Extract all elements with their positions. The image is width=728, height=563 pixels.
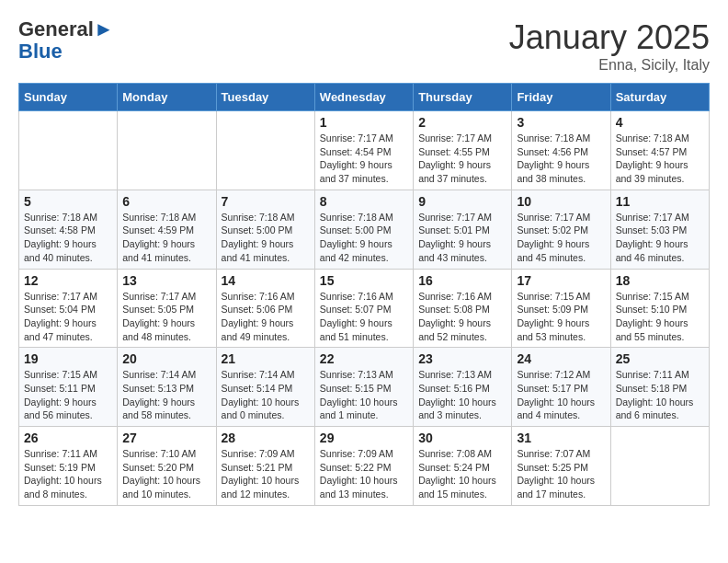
month-year: January 2025 bbox=[509, 18, 710, 57]
day-info: Sunrise: 7:09 AM Sunset: 5:21 PM Dayligh… bbox=[222, 447, 310, 501]
day-info: Sunrise: 7:17 AM Sunset: 5:01 PM Dayligh… bbox=[418, 211, 506, 265]
day-number: 1 bbox=[320, 115, 408, 130]
day-info: Sunrise: 7:17 AM Sunset: 5:05 PM Dayligh… bbox=[122, 290, 210, 344]
day-number: 13 bbox=[122, 273, 210, 288]
day-number: 15 bbox=[320, 273, 408, 288]
calendar-cell: 12Sunrise: 7:17 AM Sunset: 5:04 PM Dayli… bbox=[19, 269, 118, 348]
calendar-cell: 1Sunrise: 7:17 AM Sunset: 4:54 PM Daylig… bbox=[314, 111, 413, 190]
calendar-cell: 28Sunrise: 7:09 AM Sunset: 5:21 PM Dayli… bbox=[216, 427, 314, 506]
day-info: Sunrise: 7:15 AM Sunset: 5:10 PM Dayligh… bbox=[616, 290, 704, 344]
title-block: January 2025 Enna, Sicily, Italy bbox=[509, 18, 710, 74]
page-header: General► Blue January 2025 Enna, Sicily,… bbox=[18, 18, 710, 74]
day-info: Sunrise: 7:15 AM Sunset: 5:11 PM Dayligh… bbox=[24, 368, 112, 422]
day-info: Sunrise: 7:18 AM Sunset: 5:00 PM Dayligh… bbox=[320, 211, 408, 265]
calendar-body: 1Sunrise: 7:17 AM Sunset: 4:54 PM Daylig… bbox=[19, 111, 710, 506]
calendar-cell: 26Sunrise: 7:11 AM Sunset: 5:19 PM Dayli… bbox=[19, 427, 118, 506]
day-info: Sunrise: 7:11 AM Sunset: 5:18 PM Dayligh… bbox=[616, 368, 704, 422]
day-info: Sunrise: 7:14 AM Sunset: 5:14 PM Dayligh… bbox=[222, 368, 310, 422]
day-info: Sunrise: 7:18 AM Sunset: 4:56 PM Dayligh… bbox=[517, 132, 605, 186]
calendar-cell: 18Sunrise: 7:15 AM Sunset: 5:10 PM Dayli… bbox=[610, 269, 709, 348]
calendar-cell: 19Sunrise: 7:15 AM Sunset: 5:11 PM Dayli… bbox=[19, 348, 118, 427]
day-number: 29 bbox=[320, 431, 408, 445]
day-info: Sunrise: 7:13 AM Sunset: 5:16 PM Dayligh… bbox=[418, 368, 506, 422]
day-info: Sunrise: 7:10 AM Sunset: 5:20 PM Dayligh… bbox=[122, 447, 210, 501]
calendar-cell: 17Sunrise: 7:15 AM Sunset: 5:09 PM Dayli… bbox=[512, 269, 610, 348]
calendar-cell: 6Sunrise: 7:18 AM Sunset: 4:59 PM Daylig… bbox=[118, 190, 216, 269]
calendar: SundayMondayTuesdayWednesdayThursdayFrid… bbox=[18, 83, 710, 506]
day-number: 2 bbox=[418, 115, 506, 130]
day-info: Sunrise: 7:16 AM Sunset: 5:06 PM Dayligh… bbox=[222, 290, 310, 344]
calendar-cell: 16Sunrise: 7:16 AM Sunset: 5:08 PM Dayli… bbox=[414, 269, 512, 348]
day-info: Sunrise: 7:15 AM Sunset: 5:09 PM Dayligh… bbox=[517, 290, 605, 344]
day-number: 24 bbox=[517, 351, 605, 366]
day-number: 28 bbox=[222, 431, 310, 445]
day-info: Sunrise: 7:11 AM Sunset: 5:19 PM Dayligh… bbox=[24, 447, 112, 501]
day-number: 11 bbox=[616, 194, 704, 209]
calendar-cell: 23Sunrise: 7:13 AM Sunset: 5:16 PM Dayli… bbox=[414, 348, 512, 427]
calendar-cell: 10Sunrise: 7:17 AM Sunset: 5:02 PM Dayli… bbox=[512, 190, 610, 269]
day-info: Sunrise: 7:07 AM Sunset: 5:25 PM Dayligh… bbox=[517, 447, 605, 501]
day-number: 25 bbox=[616, 351, 704, 366]
day-number: 22 bbox=[320, 351, 408, 366]
day-number: 5 bbox=[24, 194, 112, 209]
day-number: 6 bbox=[122, 194, 210, 209]
day-number: 4 bbox=[616, 115, 704, 130]
calendar-cell: 30Sunrise: 7:08 AM Sunset: 5:24 PM Dayli… bbox=[414, 427, 512, 506]
day-number: 3 bbox=[517, 115, 605, 130]
calendar-cell: 4Sunrise: 7:18 AM Sunset: 4:57 PM Daylig… bbox=[610, 111, 709, 190]
day-number: 16 bbox=[418, 273, 506, 288]
calendar-cell: 14Sunrise: 7:16 AM Sunset: 5:06 PM Dayli… bbox=[216, 269, 314, 348]
day-info: Sunrise: 7:16 AM Sunset: 5:07 PM Dayligh… bbox=[320, 290, 408, 344]
day-number: 23 bbox=[418, 351, 506, 366]
calendar-cell: 15Sunrise: 7:16 AM Sunset: 5:07 PM Dayli… bbox=[314, 269, 413, 348]
location: Enna, Sicily, Italy bbox=[509, 57, 710, 74]
day-info: Sunrise: 7:14 AM Sunset: 5:13 PM Dayligh… bbox=[122, 368, 210, 422]
day-number: 30 bbox=[418, 431, 506, 445]
calendar-cell: 29Sunrise: 7:09 AM Sunset: 5:22 PM Dayli… bbox=[314, 427, 413, 506]
day-info: Sunrise: 7:08 AM Sunset: 5:24 PM Dayligh… bbox=[418, 447, 506, 501]
weekday-header-thursday: Thursday bbox=[414, 84, 512, 111]
weekday-header-wednesday: Wednesday bbox=[314, 84, 413, 111]
logo: General► Blue bbox=[18, 18, 114, 63]
day-number: 21 bbox=[222, 351, 310, 366]
day-number: 10 bbox=[517, 194, 605, 209]
calendar-cell: 24Sunrise: 7:12 AM Sunset: 5:17 PM Dayli… bbox=[512, 348, 610, 427]
day-number: 7 bbox=[222, 194, 310, 209]
week-row-2: 12Sunrise: 7:17 AM Sunset: 5:04 PM Dayli… bbox=[19, 269, 710, 348]
day-number: 26 bbox=[24, 431, 112, 445]
day-info: Sunrise: 7:17 AM Sunset: 5:02 PM Dayligh… bbox=[517, 211, 605, 265]
calendar-cell bbox=[118, 111, 216, 190]
day-number: 12 bbox=[24, 273, 112, 288]
week-row-1: 5Sunrise: 7:18 AM Sunset: 4:58 PM Daylig… bbox=[19, 190, 710, 269]
day-info: Sunrise: 7:17 AM Sunset: 5:03 PM Dayligh… bbox=[616, 211, 704, 265]
week-row-0: 1Sunrise: 7:17 AM Sunset: 4:54 PM Daylig… bbox=[19, 111, 710, 190]
day-number: 17 bbox=[517, 273, 605, 288]
day-number: 9 bbox=[418, 194, 506, 209]
week-row-4: 26Sunrise: 7:11 AM Sunset: 5:19 PM Dayli… bbox=[19, 427, 710, 506]
day-info: Sunrise: 7:13 AM Sunset: 5:15 PM Dayligh… bbox=[320, 368, 408, 422]
day-number: 31 bbox=[517, 431, 605, 445]
day-info: Sunrise: 7:17 AM Sunset: 4:54 PM Dayligh… bbox=[320, 132, 408, 186]
day-info: Sunrise: 7:17 AM Sunset: 4:55 PM Dayligh… bbox=[418, 132, 506, 186]
day-info: Sunrise: 7:18 AM Sunset: 4:58 PM Dayligh… bbox=[24, 211, 112, 265]
calendar-cell: 8Sunrise: 7:18 AM Sunset: 5:00 PM Daylig… bbox=[314, 190, 413, 269]
calendar-cell: 21Sunrise: 7:14 AM Sunset: 5:14 PM Dayli… bbox=[216, 348, 314, 427]
week-row-3: 19Sunrise: 7:15 AM Sunset: 5:11 PM Dayli… bbox=[19, 348, 710, 427]
calendar-cell bbox=[610, 427, 709, 506]
day-info: Sunrise: 7:17 AM Sunset: 5:04 PM Dayligh… bbox=[24, 290, 112, 344]
calendar-header: SundayMondayTuesdayWednesdayThursdayFrid… bbox=[19, 84, 710, 111]
day-info: Sunrise: 7:09 AM Sunset: 5:22 PM Dayligh… bbox=[320, 447, 408, 501]
weekday-header-monday: Monday bbox=[118, 84, 216, 111]
day-info: Sunrise: 7:18 AM Sunset: 5:00 PM Dayligh… bbox=[222, 211, 310, 265]
day-info: Sunrise: 7:18 AM Sunset: 4:59 PM Dayligh… bbox=[122, 211, 210, 265]
calendar-cell: 5Sunrise: 7:18 AM Sunset: 4:58 PM Daylig… bbox=[19, 190, 118, 269]
day-info: Sunrise: 7:12 AM Sunset: 5:17 PM Dayligh… bbox=[517, 368, 605, 422]
calendar-cell: 31Sunrise: 7:07 AM Sunset: 5:25 PM Dayli… bbox=[512, 427, 610, 506]
calendar-cell: 25Sunrise: 7:11 AM Sunset: 5:18 PM Dayli… bbox=[610, 348, 709, 427]
logo-blue: Blue bbox=[18, 40, 63, 63]
day-number: 19 bbox=[24, 351, 112, 366]
day-number: 27 bbox=[122, 431, 210, 445]
calendar-cell: 3Sunrise: 7:18 AM Sunset: 4:56 PM Daylig… bbox=[512, 111, 610, 190]
calendar-cell: 13Sunrise: 7:17 AM Sunset: 5:05 PM Dayli… bbox=[118, 269, 216, 348]
weekday-header-saturday: Saturday bbox=[610, 84, 709, 111]
